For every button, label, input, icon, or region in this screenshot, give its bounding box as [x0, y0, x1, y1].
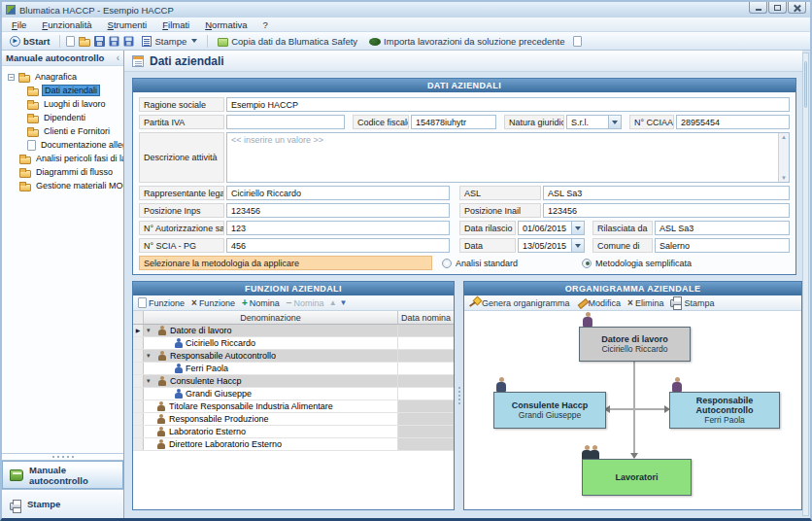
importa-lavorazioni-button[interactable]: Importa lavorazioni da soluzione precede… — [365, 35, 568, 48]
table-row[interactable]: Titolare Responsabile Industria Alimenta… — [133, 400, 454, 413]
tree-item-dati-aziendali[interactable]: Dati aziendali — [2, 84, 123, 97]
data-nomina-cell[interactable] — [398, 388, 454, 399]
menu-strumenti[interactable]: Strumenti — [100, 18, 155, 31]
chevron-down-icon[interactable]: ▾ — [147, 327, 154, 334]
data-field[interactable]: 13/05/2015 — [518, 238, 572, 253]
sidebar-splitter[interactable] — [2, 453, 123, 460]
chevron-down-icon[interactable]: ▾ — [147, 352, 154, 360]
menu-funzionalita[interactable]: Funzionalità — [34, 18, 99, 31]
org-node-consulente-haccp[interactable]: Consulente Haccp Grandi Giuseppe — [493, 392, 606, 429]
natura-giuridica-select[interactable]: S.r.l. — [566, 115, 609, 129]
rilasciata-da-field[interactable]: ASL Sa3 — [655, 221, 790, 235]
table-row[interactable]: Grandi Giuseppe — [133, 388, 454, 400]
tree-item-luoghi-di-lavoro[interactable]: Luoghi di lavoro — [2, 97, 123, 111]
data-nomina-cell[interactable] — [398, 375, 454, 387]
denominazione-column-header[interactable]: Denominazione — [144, 311, 398, 324]
descrizione-textarea[interactable]: << inserire un valore >> ▲ ▼ — [226, 132, 790, 183]
cciaa-field[interactable]: 28955454 — [676, 115, 790, 129]
stampa-button[interactable]: Stampa — [668, 298, 716, 308]
elimina-button[interactable]: × Elimina — [626, 298, 665, 308]
radio-selected-icon[interactable] — [582, 259, 592, 268]
org-node-responsabile-autocontrollo[interactable]: Responsabile Autocontrollo Ferri Paola — [669, 392, 780, 429]
table-row[interactable]: ▾Consulente Haccp — [133, 375, 454, 388]
data-rilascio-field[interactable]: 01/06/2015 — [518, 221, 572, 235]
panel-splitter[interactable] — [455, 281, 463, 510]
rimuovi-nomina-button[interactable]: − Nomina — [285, 298, 326, 308]
stampe-button[interactable]: Stampe — [138, 35, 201, 48]
data-nomina-cell[interactable] — [398, 363, 454, 374]
elimina-funzione-button[interactable]: × Funzione — [189, 298, 237, 308]
minimize-button[interactable] — [749, 2, 767, 14]
data-nomina-cell[interactable] — [398, 350, 454, 362]
tree-item-documentazione-allegata[interactable]: Documentazione allegata — [2, 138, 123, 152]
table-row[interactable]: Ferri Paola — [133, 363, 454, 375]
table-row[interactable]: Direttore Laboratorio Esterno — [133, 438, 454, 451]
maximize-button[interactable] — [768, 2, 787, 14]
radio-unselected-icon[interactable] — [442, 259, 452, 268]
close-button[interactable] — [788, 2, 806, 14]
natura-giuridica-dropdown-button[interactable] — [609, 115, 622, 129]
data-nomina-cell[interactable] — [398, 400, 454, 412]
data-nomina-cell[interactable] — [398, 337, 454, 349]
modifica-button[interactable]: Modifica — [575, 298, 624, 308]
table-row[interactable]: Ciciriello Riccardo — [133, 337, 454, 350]
bstart-button[interactable]: ▸ bStart — [6, 35, 53, 48]
nav-stampe[interactable]: Stampe — [2, 489, 123, 518]
data-rilascio-dropdown-button[interactable] — [572, 221, 585, 235]
textarea-scrollbar[interactable]: ▲ ▼ — [778, 133, 789, 182]
tree-item-gestione-moca[interactable]: Gestione materiali MOCA — [2, 179, 123, 192]
scrollbar-thumb[interactable] — [804, 61, 807, 108]
tree-item-anagrafica[interactable]: − Anagrafica — [2, 70, 123, 84]
table-row[interactable]: ▾Responsabile Autocontrollo — [133, 350, 454, 363]
nuova-funzione-button[interactable]: Funzione — [136, 297, 186, 308]
menu-help[interactable]: ? — [255, 18, 276, 31]
menu-file[interactable]: File — [4, 18, 34, 31]
move-up-icon[interactable]: ▲ — [329, 298, 337, 307]
tree-item-clienti-fornitori[interactable]: Clienti e Fornitori — [2, 124, 123, 138]
org-node-lavoratori[interactable]: Lavoratori — [582, 459, 692, 496]
partita-iva-field[interactable] — [226, 115, 345, 129]
autorizzazione-sanitaria-field[interactable]: 123 — [226, 221, 450, 235]
scroll-down-icon[interactable]: ▼ — [781, 175, 787, 181]
table-row[interactable]: Laboratorio Esterno — [133, 426, 454, 438]
codice-fiscale-field[interactable]: 154878iuhytr — [411, 115, 496, 129]
save-icon[interactable] — [94, 36, 105, 47]
open-folder-icon[interactable] — [79, 39, 90, 47]
posizione-inail-field[interactable]: 123456 — [543, 203, 790, 218]
tree-item-diagrammi-di-flusso[interactable]: Diagrammi di flusso — [2, 165, 123, 179]
scia-field[interactable]: 456 — [226, 238, 450, 253]
collapse-sidebar-icon[interactable]: ‹ — [117, 53, 119, 63]
new-document-icon[interactable] — [66, 36, 75, 47]
asl-field[interactable]: ASL Sa3 — [543, 186, 790, 200]
export-icon[interactable] — [124, 36, 134, 46]
rappresentante-field[interactable]: Ciciriello Riccardo — [226, 186, 450, 200]
tree-collapse-icon[interactable]: − — [8, 74, 15, 81]
ragione-sociale-field[interactable]: Esempio HACCP — [226, 97, 790, 112]
data-nomina-cell[interactable] — [398, 413, 454, 425]
aggiungi-nomina-button[interactable]: + Nomina — [240, 298, 282, 308]
save-as-icon[interactable] — [110, 36, 119, 46]
comune-field[interactable]: Salerno — [655, 238, 790, 253]
genera-organigramma-button[interactable]: Genera organigramma — [467, 297, 572, 308]
data-nomina-cell[interactable] — [398, 426, 454, 437]
tree-item-analisi-pericoli[interactable]: Analisi pericoli fasi di lavoro — [2, 152, 123, 165]
data-dropdown-button[interactable] — [572, 238, 585, 253]
org-node-datore-di-lavoro[interactable]: Datore di lavoro Ciciriello Riccardo — [579, 327, 691, 362]
data-nomina-cell[interactable] — [398, 325, 454, 336]
analisi-standard-option[interactable]: Analisi standard — [442, 256, 518, 270]
copia-dati-button[interactable]: Copia dati da Blumatica Safety — [214, 35, 361, 48]
tree-item-dipendenti[interactable]: Dipendenti — [2, 111, 123, 124]
chevron-down-icon[interactable]: ▾ — [147, 377, 154, 385]
table-row[interactable]: ▶ ▾Datore di lavoro — [133, 325, 454, 337]
scroll-up-icon[interactable]: ▲ — [781, 134, 787, 140]
posizione-inps-field[interactable]: 123456 — [226, 203, 450, 218]
main-scrollbar[interactable] — [802, 52, 809, 516]
metodologia-semplificata-option[interactable]: Metodologia semplificata — [582, 256, 692, 270]
menu-normativa[interactable]: Normativa — [197, 18, 254, 31]
data-nomina-column-header[interactable]: Data nomina — [398, 311, 454, 324]
trailing-page-icon[interactable] — [573, 36, 582, 47]
menu-filmati[interactable]: Filmati — [154, 18, 197, 31]
move-down-icon[interactable]: ▼ — [340, 298, 348, 307]
data-nomina-cell[interactable] — [398, 438, 454, 450]
nav-manuale-autocontrollo[interactable]: Manuale autocontrollo — [2, 460, 123, 489]
